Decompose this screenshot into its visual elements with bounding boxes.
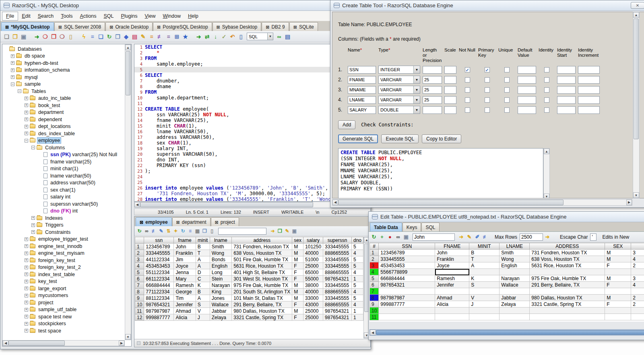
cell[interactable]: Alicia xyxy=(435,301,469,308)
cell[interactable]: 987654321 xyxy=(323,308,352,314)
tree-item-information-schema[interactable]: +information_schema xyxy=(4,67,125,74)
sort-icon[interactable]: ⇅ xyxy=(165,228,172,235)
execute-all-icon[interactable]: ⇄ xyxy=(203,33,211,40)
cell[interactable] xyxy=(500,269,530,275)
format-icon[interactable]: ≡ xyxy=(148,33,155,40)
tree-item-employee[interactable]: −employee xyxy=(4,137,125,144)
tree-item-indexes[interactable]: +Indexes xyxy=(4,215,125,222)
connections-icon[interactable]: ∞ xyxy=(275,33,283,40)
column-header-fname[interactable]: fname xyxy=(174,237,196,244)
cell[interactable]: Wong xyxy=(500,256,530,262)
cell[interactable]: 987654321 xyxy=(144,301,174,308)
column-header-SSN[interactable]: SSN xyxy=(379,243,435,250)
cell[interactable]: F xyxy=(292,276,303,282)
cell[interactable]: 333445555 xyxy=(379,256,435,262)
identity-checkbox[interactable] xyxy=(544,77,549,83)
clipboard-icon[interactable]: ▯ xyxy=(237,33,245,40)
cell[interactable]: 25000 xyxy=(303,263,323,269)
column-header-FNAME[interactable]: FNAME xyxy=(435,243,469,250)
collapse-icon[interactable]: − xyxy=(11,83,14,86)
connection-new-icon[interactable]: ❍ xyxy=(41,33,49,40)
cell[interactable]: Franklin xyxy=(174,250,196,256)
expand-icon[interactable]: + xyxy=(25,272,28,276)
cell[interactable]: 987654321 xyxy=(379,282,435,288)
scale-input[interactable] xyxy=(444,76,456,84)
cell[interactable]: 999887777 xyxy=(379,301,435,308)
cell[interactable]: Joyce xyxy=(435,262,469,269)
cell[interactable] xyxy=(631,314,644,320)
cell[interactable]: S xyxy=(469,282,500,288)
cell[interactable]: 666884444 xyxy=(379,275,435,282)
cell[interactable]: Franklin xyxy=(435,256,469,262)
edit-horizontal-scrollbar[interactable]: ◀ xyxy=(369,329,644,336)
close-tab-icon[interactable]: ⊠ xyxy=(157,25,161,29)
identity-start-input[interactable] xyxy=(557,96,576,104)
cell[interactable]: 5 xyxy=(351,263,363,269)
cell[interactable]: Wong xyxy=(210,250,231,256)
cell[interactable] xyxy=(379,314,435,320)
cell[interactable] xyxy=(500,314,530,320)
length-input[interactable] xyxy=(423,76,442,84)
row-number[interactable]: 11 xyxy=(135,308,144,314)
length-input[interactable] xyxy=(423,96,442,104)
go-arrow-icon[interactable]: ➜ xyxy=(458,233,465,241)
grid-icon[interactable]: ▦ xyxy=(194,228,201,235)
table-row[interactable]: 8987987987AhmadVJabbar980 Dallas, Housto… xyxy=(370,295,644,301)
cell[interactable]: 551122334 xyxy=(144,269,174,276)
expand-icon[interactable]: + xyxy=(25,237,28,241)
tree-item-mysql[interactable]: +mysql xyxy=(4,74,125,81)
close-tab-icon[interactable]: ⊠ xyxy=(266,25,269,29)
generate-sql-button[interactable]: Generate SQL xyxy=(338,134,378,143)
connect-icon[interactable]: ➜ xyxy=(33,33,41,40)
row-number[interactable]: 2 xyxy=(135,250,144,256)
cell[interactable]: 999887777 xyxy=(144,314,174,321)
list-icon[interactable]: ≡ xyxy=(89,33,96,40)
cell[interactable]: 5 xyxy=(351,244,363,250)
scroll-right-icon[interactable]: ▶ xyxy=(119,341,124,346)
refresh-icon[interactable]: ↻ xyxy=(370,233,378,241)
row-number[interactable]: 3 xyxy=(370,262,379,269)
cell[interactable]: S xyxy=(196,301,210,308)
tree-item-department[interactable]: +department xyxy=(4,109,125,116)
scroll-down-icon[interactable]: ▼ xyxy=(125,334,131,340)
table-row[interactable]: 2333445555FranklinTWong638 Voss, Houston… xyxy=(135,250,363,256)
scroll-down-icon[interactable]: ▼ xyxy=(544,194,549,198)
unique-checkbox[interactable] xyxy=(504,97,510,103)
menu-window[interactable]: Window xyxy=(159,12,184,20)
primary-key-checkbox[interactable] xyxy=(485,107,490,113)
table-row[interactable]: 2333445555FranklinTWong638 Voss, Houston… xyxy=(370,256,644,262)
close-tab-icon[interactable]: ⊠ xyxy=(176,220,180,224)
cell[interactable]: 980 Dallas, Houston TX xyxy=(530,295,605,301)
expand-icon[interactable]: + xyxy=(25,301,28,304)
cell[interactable]: Jenna xyxy=(174,269,196,276)
connection-edit-icon[interactable]: ❍ xyxy=(58,33,66,40)
table-row[interactable]: 10987654321JenniferSWallace291 Berry, Be… xyxy=(135,301,363,308)
column-header-#[interactable]: # xyxy=(370,243,379,250)
row-number[interactable]: 9 xyxy=(370,301,379,308)
row-number[interactable]: 6 xyxy=(135,276,144,282)
lightning-icon[interactable]: ϟ xyxy=(80,33,88,40)
cell[interactable]: Tim xyxy=(174,295,196,301)
refresh-file-icon[interactable]: ↻ xyxy=(105,33,113,40)
cell[interactable]: Alicia xyxy=(174,314,196,321)
cell[interactable]: 453453453 xyxy=(379,262,435,269)
cell[interactable] xyxy=(530,288,605,295)
cell[interactable]: 3 xyxy=(631,250,644,256)
column-header-ADDRESS[interactable]: ADDRESS xyxy=(530,243,605,250)
tree-item-employee-trigger-test[interactable]: +employee_trigger_test xyxy=(4,236,125,243)
cell[interactable]: 888665555 xyxy=(323,301,352,308)
row-number[interactable]: 4 xyxy=(370,269,379,275)
cell[interactable]: Zelaya xyxy=(500,301,530,308)
primary-key-checkbox[interactable] xyxy=(485,97,490,103)
tree-item-columns[interactable]: −Columns xyxy=(4,144,125,151)
cell[interactable]: 5 xyxy=(351,256,363,263)
menu-plugins[interactable]: Plugins xyxy=(118,12,141,20)
table-row[interactable]: 7666884444RameshKNarayan975 Fire Oak, Hu… xyxy=(135,282,363,289)
column-header-superssn[interactable]: superssn xyxy=(323,237,352,244)
cell[interactable]: M xyxy=(292,295,303,301)
unique-checkbox[interactable] xyxy=(504,107,510,113)
row-number[interactable]: 6 xyxy=(370,282,379,288)
column-header-lname[interactable]: lname xyxy=(210,237,231,244)
identity-checkbox[interactable] xyxy=(544,87,549,93)
cell[interactable]: J xyxy=(196,314,210,321)
